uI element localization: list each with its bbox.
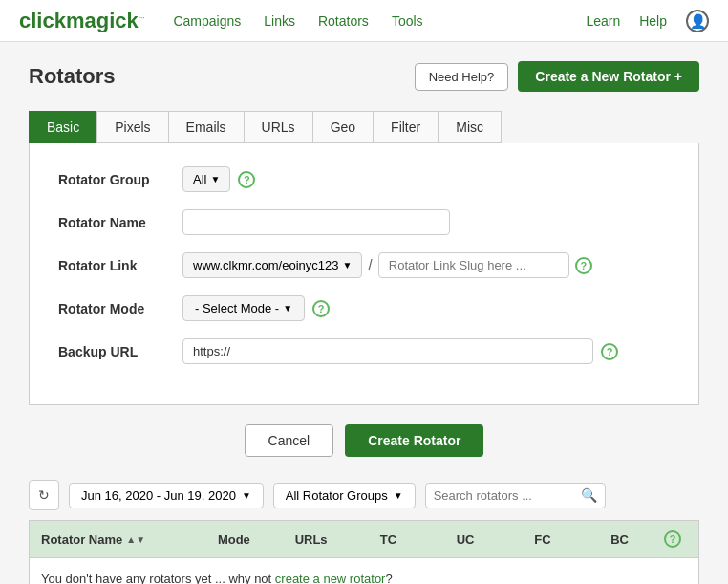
rotator-group-dropdown[interactable]: All ▼	[182, 166, 230, 192]
backup-url-row: Backup URL ?	[58, 338, 670, 364]
group-filter-value: All Rotator Groups	[286, 488, 388, 503]
tab-filter[interactable]: Filter	[373, 111, 438, 143]
col-header-name: Rotator Name ▲▼	[41, 532, 196, 547]
rotator-group-help-icon[interactable]: ?	[238, 171, 255, 188]
tab-geo[interactable]: Geo	[312, 111, 373, 143]
empty-message-suffix: ?	[385, 572, 392, 584]
col-header-bc: BC	[581, 532, 658, 547]
col-header-fc: FC	[504, 532, 582, 547]
col-header-urls: URLs	[272, 532, 350, 547]
tab-basic[interactable]: Basic	[29, 111, 96, 143]
col-header-help: ?	[658, 530, 687, 548]
page-title: Rotators	[29, 64, 115, 89]
logo: clickmagick···	[19, 9, 144, 33]
page-header: Rotators Need Help? Create a New Rotator…	[29, 61, 699, 92]
nav-rotators[interactable]: Rotators	[318, 13, 369, 29]
rotator-link-label: Rotator Link	[58, 258, 182, 273]
tabs: Basic Pixels Emails URLs Geo Filter Misc	[29, 111, 699, 143]
date-range-button[interactable]: Jun 16, 2020 - Jun 19, 2020 ▼	[69, 483, 264, 508]
backup-url-help-icon[interactable]: ?	[601, 343, 618, 360]
link-domain-value: www.clkmr.com/eoinyc123	[193, 258, 338, 272]
table-empty-message: You don't have any rotators yet ... why …	[30, 558, 698, 584]
rotator-group-value: All	[193, 172, 206, 186]
group-filter-button[interactable]: All Rotator Groups ▼	[273, 483, 416, 508]
rotator-name-row: Rotator Name	[58, 209, 670, 235]
date-range-chevron-icon: ▼	[242, 490, 251, 501]
tab-emails[interactable]: Emails	[168, 111, 244, 143]
rotator-link-slug-input[interactable]	[378, 252, 569, 278]
rotator-mode-dropdown[interactable]: - Select Mode - ▼	[182, 295, 305, 321]
table-help-icon[interactable]: ?	[664, 530, 681, 548]
logo-magick: magick	[66, 9, 139, 32]
form-card: Rotator Group All ▼ ? Rotator Name Rotat…	[29, 143, 699, 405]
tab-misc[interactable]: Misc	[438, 111, 502, 143]
backup-url-label: Backup URL	[58, 344, 182, 359]
create-rotator-button[interactable]: Create a New Rotator +	[518, 61, 699, 92]
page-content: Rotators Need Help? Create a New Rotator…	[0, 42, 728, 584]
rotator-name-label: Rotator Name	[58, 215, 182, 230]
rotator-group-label: Rotator Group	[58, 172, 182, 187]
header-actions: Need Help? Create a New Rotator +	[415, 61, 699, 92]
logo-dots: ···	[139, 12, 145, 21]
rotator-link-help-icon[interactable]: ?	[575, 257, 592, 274]
nav-right: Learn Help 👤	[586, 10, 709, 32]
search-button[interactable]: 🔍	[581, 487, 597, 503]
nav-links-link[interactable]: Links	[264, 13, 295, 29]
rotator-mode-row: Rotator Mode - Select Mode - ▼ ?	[58, 295, 670, 321]
create-rotator-link[interactable]: create a new rotator	[275, 572, 386, 584]
rotator-link-domain-dropdown[interactable]: www.clkmr.com/eoinyc123 ▼	[182, 252, 362, 278]
chevron-down-icon: ▼	[210, 174, 220, 184]
group-filter-chevron-icon: ▼	[394, 490, 403, 501]
filter-bar: ↻ Jun 16, 2020 - Jun 19, 2020 ▼ All Rota…	[29, 480, 699, 510]
rotator-mode-help-icon[interactable]: ?	[312, 300, 330, 317]
search-input[interactable]	[434, 484, 577, 508]
col-header-mode: Mode	[196, 532, 273, 547]
rotator-link-row: Rotator Link www.clkmr.com/eoinyc123 ▼ /…	[58, 252, 670, 278]
rotator-link-inputs: www.clkmr.com/eoinyc123 ▼ / ?	[182, 252, 592, 278]
refresh-button[interactable]: ↻	[29, 480, 59, 510]
date-range-value: Jun 16, 2020 - Jun 19, 2020	[81, 488, 236, 503]
need-help-button[interactable]: Need Help?	[415, 63, 509, 91]
nav-learn[interactable]: Learn	[586, 13, 620, 29]
search-wrapper: 🔍	[425, 483, 606, 508]
form-actions: Cancel Create Rotator	[29, 424, 699, 457]
col-header-tc: TC	[350, 532, 427, 547]
tab-pixels[interactable]: Pixels	[96, 111, 167, 143]
nav-campaigns[interactable]: Campaigns	[173, 13, 241, 29]
rotator-group-select: All ▼ ?	[182, 166, 255, 192]
create-rotator-submit-button[interactable]: Create Rotator	[345, 424, 483, 457]
table-header: Rotator Name ▲▼ Mode URLs TC UC FC BC ?	[30, 521, 698, 558]
rotator-name-input[interactable]	[182, 209, 450, 235]
tab-urls[interactable]: URLs	[244, 111, 312, 143]
refresh-icon: ↻	[38, 487, 50, 503]
user-icon[interactable]: 👤	[686, 10, 709, 32]
nav-tools[interactable]: Tools	[392, 13, 423, 29]
mode-chevron-down-icon: ▼	[283, 303, 292, 314]
col-header-uc: UC	[427, 532, 504, 547]
col-name-label: Rotator Name	[41, 532, 122, 547]
rotator-mode-label: Rotator Mode	[58, 301, 182, 316]
nav-links: Campaigns Links Rotators Tools	[173, 13, 586, 29]
nav-help[interactable]: Help	[639, 13, 667, 29]
backup-url-input[interactable]	[182, 338, 593, 364]
cancel-button[interactable]: Cancel	[245, 424, 334, 457]
link-chevron-down-icon: ▼	[342, 260, 352, 270]
sort-icon[interactable]: ▲▼	[126, 534, 145, 545]
navbar: clickmagick··· Campaigns Links Rotators …	[0, 0, 728, 42]
logo-click: click	[19, 9, 66, 32]
search-icon: 🔍	[581, 487, 597, 503]
empty-message-prefix: You don't have any rotators yet ... why …	[41, 572, 275, 584]
link-slash-separator: /	[368, 257, 372, 274]
rotator-group-row: Rotator Group All ▼ ?	[58, 166, 670, 192]
rotators-table: Rotator Name ▲▼ Mode URLs TC UC FC BC ? …	[29, 520, 699, 584]
rotator-mode-value: - Select Mode -	[195, 301, 279, 315]
